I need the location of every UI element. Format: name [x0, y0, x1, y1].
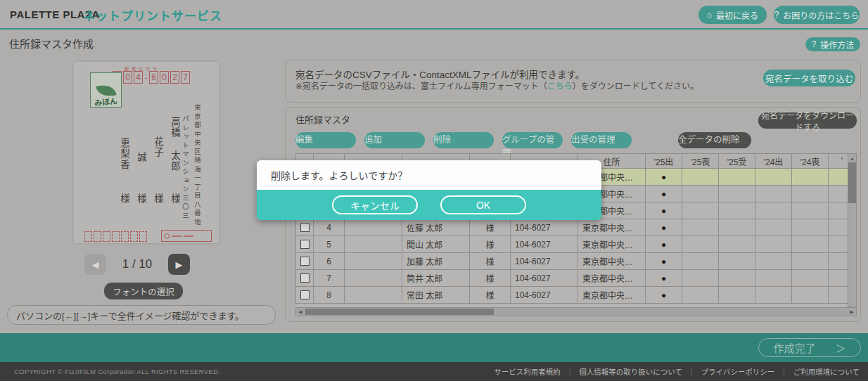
cell-extra — [829, 253, 848, 270]
kochira-link[interactable]: こちら — [547, 82, 573, 91]
help-button[interactable]: ? お困りの方はこちら — [774, 6, 860, 24]
bottom-action-bar — [0, 333, 868, 362]
recipient-honorific: 様 — [117, 193, 131, 203]
toolbar-button-全データの削除[interactable]: 全データの削除 — [678, 132, 751, 148]
table-row[interactable]: 8常田 太郎様104-6027東京都中央…● — [295, 287, 848, 304]
row-checkbox[interactable] — [300, 273, 309, 283]
scroll-up-icon[interactable]: ▲ — [848, 154, 856, 162]
column-header: '24喪 — [792, 153, 829, 169]
home-button[interactable]: ⌂ 最初に戻る — [698, 6, 767, 24]
sent-dot-icon: ● — [661, 273, 666, 283]
address-line: 東京都中央区晴海一丁目八番地 — [192, 104, 202, 245]
import-data-button[interactable]: 宛名データを取り込む — [763, 70, 855, 86]
cell-name: 筒井 太郎 — [402, 270, 470, 287]
footer-link[interactable]: 個人情報等の取り扱いについて — [579, 366, 682, 377]
footer-link[interactable]: プライバシーポリシー — [701, 366, 775, 377]
cancel-button[interactable]: キャンセル — [332, 195, 418, 214]
cell-y25_out: ● — [646, 169, 682, 186]
row-checkbox[interactable] — [300, 223, 309, 232]
cell-y25_mo — [682, 186, 719, 202]
cell-y25_in — [719, 287, 755, 304]
recipient-names: 高橋 太郎様花子様誠様恵梨香様 — [108, 117, 178, 202]
cell-y24_out — [755, 236, 792, 253]
cell-text: 間山 太郎 — [407, 238, 442, 250]
address-line: パレットマンション三〇三 — [180, 104, 190, 245]
footer-link-separator: ｜ — [688, 366, 696, 377]
row-checkbox[interactable] — [300, 290, 309, 299]
complete-button[interactable]: 作成完了 ＞ — [758, 338, 861, 357]
table-row[interactable]: 7筒井 太郎様104-6027東京都中央…● — [295, 270, 848, 287]
postmark-box — [161, 230, 212, 242]
postal-hyphen: - — [144, 73, 148, 82]
cell-y25_in — [719, 202, 755, 219]
home-icon: ⌂ — [707, 10, 712, 20]
footer-link-separator: ｜ — [566, 366, 574, 377]
toolbar-button-編集[interactable]: 編集 — [295, 132, 356, 148]
import-info-line2: ※宛名データの一括取り込みは、富士フイルム専用フォーマット（こちら）をダウンロー… — [295, 79, 698, 91]
address-book-title: 住所録マスタ — [295, 112, 350, 126]
footer-link[interactable]: サービス利用者規約 — [494, 366, 561, 377]
postal-digit-box: 6 — [149, 71, 158, 84]
recipient-honorific: 様 — [134, 193, 148, 203]
cell-text: 東京都中央… — [582, 221, 633, 233]
sent-dot-icon: ● — [661, 223, 666, 233]
howto-button[interactable]: ? 操作方法 — [805, 37, 860, 51]
cell-y24_mo — [792, 253, 829, 270]
sent-dot-icon: ● — [661, 206, 666, 216]
prev-page-button[interactable]: ◀ — [84, 254, 106, 275]
postmark-circle — [164, 233, 170, 239]
table-row[interactable]: 5間山 太郎様104-6027東京都中央…● — [295, 236, 848, 253]
scroll-left-icon[interactable]: ◀ — [296, 309, 305, 315]
horizontal-scrollbar[interactable]: ◀ ▶ — [295, 307, 857, 316]
column-header: '25喪 — [682, 153, 719, 169]
preview-pager: ◀ 1 / 10 ▶ — [84, 253, 204, 276]
mihon-stamp: みほん — [90, 72, 122, 108]
download-data-button[interactable]: 宛名データをダウンロードする — [758, 112, 857, 129]
vertical-scrollbar[interactable]: ▲ — [848, 153, 857, 307]
sent-dot-icon: ● — [661, 240, 666, 250]
row-checkbox[interactable] — [300, 240, 309, 249]
sender-postal-box — [121, 231, 129, 242]
cell-no: 4 — [314, 219, 345, 236]
recipient-honorific: 様 — [151, 193, 165, 203]
scroll-right-icon[interactable]: ▶ — [848, 309, 856, 315]
ok-button[interactable]: OK — [440, 195, 526, 214]
import-note-post: ）をダウンロードしてください。 — [573, 82, 698, 91]
cell-text: 7 — [326, 273, 331, 283]
question-icon: ? — [812, 39, 817, 49]
sent-dot-icon: ● — [661, 290, 666, 300]
cell-check — [295, 270, 314, 287]
cell-extra — [829, 270, 848, 287]
cell-text: 8 — [326, 290, 331, 300]
cell-address: 東京都中央… — [578, 219, 646, 236]
toolbar-button-グループの管理[interactable]: グループの管理 — [502, 132, 563, 148]
footer-link[interactable]: ご利用環境について — [793, 366, 860, 377]
table-row[interactable]: 4佐藤 太郎様104-6027東京都中央…● — [295, 219, 848, 236]
cell-no: 6 — [314, 253, 345, 270]
cell-postal: 104-6027 — [511, 236, 578, 253]
cell-check — [295, 287, 314, 304]
horizontal-scroll-thumb[interactable] — [305, 309, 494, 315]
recipient-column: 誠様 — [134, 117, 144, 202]
cell-y25_mo — [682, 287, 719, 304]
cell-check — [295, 219, 314, 236]
row-checkbox[interactable] — [300, 257, 309, 266]
cell-y24_out — [755, 169, 792, 186]
toolbar-button-削除[interactable]: 削除 — [433, 132, 494, 148]
cell-y25_mo — [682, 253, 719, 270]
cell-y25_out: ● — [646, 202, 682, 219]
cell-group — [345, 236, 402, 253]
font-select-button[interactable]: フォントの選択 — [104, 283, 183, 299]
toolbar-button-出受の管理[interactable]: 出受の管理 — [571, 132, 632, 148]
home-button-label: 最初に戻る — [716, 9, 758, 21]
cell-y25_out: ● — [646, 270, 682, 287]
cell-group — [345, 253, 402, 270]
recipient-name: 花子 — [151, 136, 165, 158]
next-page-button[interactable]: ▶ — [168, 254, 190, 275]
toolbar-button-追加[interactable]: 追加 — [364, 132, 425, 148]
dialog-message: 削除します。よろしいですか？ — [257, 160, 601, 190]
vertical-scroll-thumb[interactable] — [848, 162, 856, 203]
table-row[interactable]: 6加藤 太郎様104-6027東京都中央…● — [295, 253, 848, 270]
cell-text: 加藤 太郎 — [407, 255, 442, 267]
postal-digit-box: 7 — [181, 71, 190, 84]
